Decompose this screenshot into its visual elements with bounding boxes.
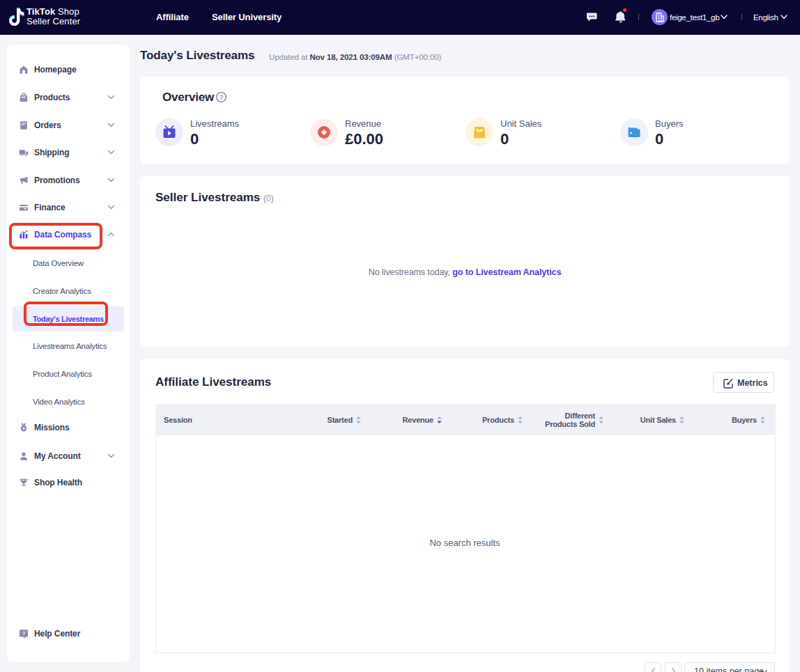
svg-text:?: ?	[22, 630, 26, 636]
svg-text:?: ?	[220, 94, 223, 101]
